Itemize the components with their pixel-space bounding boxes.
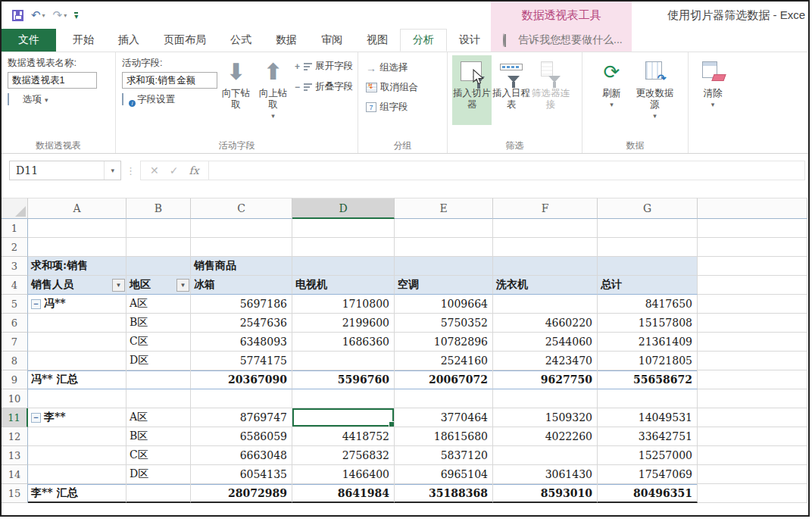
cell-C2[interactable] xyxy=(191,238,292,257)
cell-G4[interactable]: 总计 xyxy=(598,276,698,295)
column-header-G[interactable]: G xyxy=(598,198,698,219)
cell-G15[interactable]: 80496351 xyxy=(598,484,698,503)
cell-B15[interactable] xyxy=(126,484,191,503)
column-header-C[interactable]: C xyxy=(191,198,292,219)
cell-G12[interactable]: 33642751 xyxy=(598,427,698,446)
insert-timeline-button[interactable]: 插入日程表 xyxy=(492,55,531,125)
cell-E9[interactable]: 20067072 xyxy=(395,370,493,389)
cell-A2[interactable] xyxy=(28,238,126,257)
cell-F7[interactable]: 2544060 xyxy=(493,333,598,352)
cell-D9[interactable]: 5596760 xyxy=(292,370,395,389)
cell-E14[interactable]: 6965104 xyxy=(395,465,493,484)
cell-C11[interactable]: 8769747 xyxy=(191,408,292,427)
cell-H4[interactable] xyxy=(698,276,807,295)
cell-G10[interactable] xyxy=(598,389,698,408)
cell-E3[interactable] xyxy=(395,257,493,276)
cell-G2[interactable] xyxy=(598,238,698,257)
drill-up-button[interactable]: ⬆ 向上钻取 ▾ xyxy=(255,55,292,125)
cell-G14[interactable]: 17547069 xyxy=(598,465,698,484)
column-header-F[interactable]: F xyxy=(493,198,598,219)
cell-E4[interactable]: 空调 xyxy=(395,276,493,295)
collapse-outline-button[interactable]: − xyxy=(31,299,41,309)
cell-C12[interactable]: 6586059 xyxy=(191,427,292,446)
row-header-1[interactable]: 1 xyxy=(2,219,28,238)
row-header-11[interactable]: 11 xyxy=(2,408,28,427)
tab-page-layout[interactable]: 页面布局 xyxy=(151,29,218,52)
cell-H14[interactable] xyxy=(698,465,807,484)
cell-F6[interactable]: 4660220 xyxy=(493,314,598,333)
cell-B8[interactable]: D区 xyxy=(126,352,191,370)
cell-A10[interactable] xyxy=(28,389,126,408)
cell-D10[interactable] xyxy=(292,389,395,408)
cell-G8[interactable]: 10721805 xyxy=(598,352,698,370)
cell-H8[interactable] xyxy=(698,352,807,370)
cell-B2[interactable] xyxy=(126,238,191,257)
group-field-button[interactable]: 7 组字段 xyxy=(366,101,418,114)
tab-review[interactable]: 审阅 xyxy=(309,29,354,52)
column-header-B[interactable]: B xyxy=(126,198,191,219)
cell-E12[interactable]: 18615680 xyxy=(395,427,493,446)
cell-F3[interactable] xyxy=(493,257,598,276)
cell-B4[interactable]: 地区▼ xyxy=(126,276,191,295)
clear-button[interactable]: 清除 ▾ xyxy=(693,55,732,125)
cell-G6[interactable]: 15157808 xyxy=(598,314,698,333)
cell-D4[interactable]: 电视机 xyxy=(292,276,395,295)
cell-D8[interactable] xyxy=(292,352,395,370)
cell-H5[interactable] xyxy=(698,295,807,314)
cell-B1[interactable] xyxy=(126,219,191,238)
cell-D1[interactable] xyxy=(292,219,395,238)
tab-analyze[interactable]: 分析 xyxy=(400,29,447,52)
filter-dropdown-button[interactable]: ▼ xyxy=(176,279,189,292)
tab-file[interactable]: 文件 xyxy=(2,29,56,52)
cell-F14[interactable]: 3061430 xyxy=(493,465,598,484)
cell-B14[interactable]: D区 xyxy=(126,465,191,484)
row-header-6[interactable]: 6 xyxy=(2,314,28,333)
cell-C5[interactable]: 5697186 xyxy=(191,295,292,314)
row-header-14[interactable]: 14 xyxy=(2,465,28,484)
group-selection-button[interactable]: → 组选择 xyxy=(366,61,418,74)
cell-C3[interactable]: 销售商品▼ xyxy=(191,257,292,276)
cell-H6[interactable] xyxy=(698,314,807,333)
cell-F1[interactable] xyxy=(493,219,598,238)
row-header-5[interactable]: 5 xyxy=(2,295,28,314)
cell-H13[interactable] xyxy=(698,446,807,465)
cell-E13[interactable]: 5837120 xyxy=(395,446,493,465)
options-button[interactable]: 选项 ▾ xyxy=(8,93,97,106)
cell-H10[interactable] xyxy=(698,389,807,408)
cell-G13[interactable]: 15257000 xyxy=(598,446,698,465)
change-data-source-button[interactable]: ↷ 更改数据源 ▾ xyxy=(632,55,679,125)
row-header-13[interactable]: 13 xyxy=(2,446,28,465)
cell-A4[interactable]: 销售人员▼ xyxy=(28,276,126,295)
cell-E1[interactable] xyxy=(395,219,493,238)
row-header-3[interactable]: 3 xyxy=(2,257,28,276)
active-field-input[interactable]: 求和项:销售金额 xyxy=(122,72,217,89)
cell-G1[interactable] xyxy=(598,219,698,238)
cell-A8[interactable] xyxy=(28,352,126,370)
insert-function-icon[interactable]: fx xyxy=(189,164,198,177)
cell-C10[interactable] xyxy=(191,389,292,408)
cell-B6[interactable]: B区 xyxy=(126,314,191,333)
cell-C14[interactable]: 6054135 xyxy=(191,465,292,484)
collapse-field-button[interactable]: − 折叠字段 xyxy=(295,80,353,93)
tell-me-box[interactable]: 告诉我您想要做什么... xyxy=(503,29,623,52)
cell-C7[interactable]: 6348093 xyxy=(191,333,292,352)
cell-F13[interactable] xyxy=(493,446,598,465)
row-header-7[interactable]: 7 xyxy=(2,333,28,352)
cell-B7[interactable]: C区 xyxy=(126,333,191,352)
tab-insert[interactable]: 插入 xyxy=(106,29,151,52)
column-header-A[interactable]: A xyxy=(28,198,126,219)
row-header-4[interactable]: 4 xyxy=(2,276,28,295)
cell-B9[interactable] xyxy=(126,370,191,389)
customize-qat-button[interactable]: ▾ xyxy=(74,12,78,19)
cell-C15[interactable]: 28072989 xyxy=(191,484,292,503)
expand-field-button[interactable]: + 展开字段 xyxy=(295,60,353,73)
cell-A3[interactable]: 求和项:销售 xyxy=(28,257,126,276)
cell-B10[interactable] xyxy=(126,389,191,408)
cell-B13[interactable]: C区 xyxy=(126,446,191,465)
cell-E6[interactable]: 5750352 xyxy=(395,314,493,333)
cell-E7[interactable]: 10782896 xyxy=(395,333,493,352)
row-header-12[interactable]: 12 xyxy=(2,427,28,446)
cell-A7[interactable] xyxy=(28,333,126,352)
cell-A12[interactable] xyxy=(28,427,126,446)
cell-H3[interactable] xyxy=(698,257,807,276)
